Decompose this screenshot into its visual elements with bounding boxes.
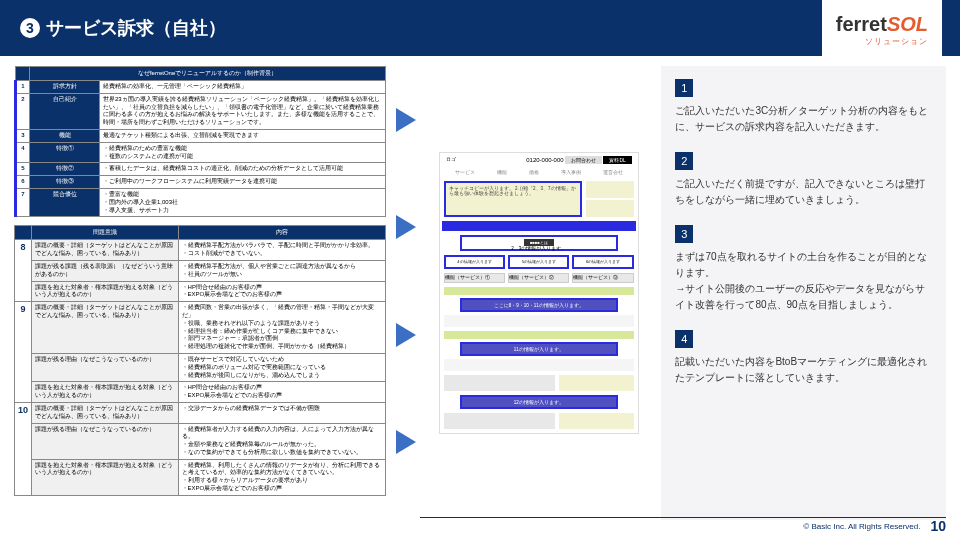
mock-gray-box: 機能（サービス）② [508,273,569,283]
mock-feature-box: 4の情報が入ります [444,255,505,269]
mock-nav: サービス機能価格導入事例運営会社 [440,167,638,177]
table-content-cell: ・経費精算手配方法がバラバラで、手配に時間と手間がかかり非効率。・コスト削減がで… [178,240,386,261]
title-text: サービス訴求（自社） [46,16,226,40]
mock-text-block [444,315,634,327]
table-row-label: 訴求方針 [30,81,100,94]
table-content-cell: ・経費精算、利用したくさんの情報のリデータが有り、分析に利用できると考えているが… [178,459,386,495]
mock-gray-row: 機能（サービス）①機能（サービス）②機能（サービス）③ [444,273,634,283]
mock-phone: 0120-000-000 [526,157,563,163]
th-issue: 問題意識 [32,226,179,240]
footer: © Basic Inc. All Rights Reserved. 10 [803,518,946,534]
point-item: 2 ご記入いただく前提ですが、記入できないところは壁打ちをしながら一緒に埋めてい… [675,151,932,208]
mock-mid-dark: ■■■■とは [524,239,554,246]
table-issue-cell: 課題の概要・詳細（ターゲットはどんなことが原因でどんな悩み、困っている、悩みあり… [32,240,179,261]
point-item: 3 まずは70点を取れるサイトの土台を作ることが目的となります。→サイト公開後の… [675,224,932,313]
mock-nav-item: サービス [455,169,475,175]
table-content-cell: ・HP問合せ経由のお客様の声・EXPO展示会場などでのお客様の声 [178,281,386,302]
mock-feature-box: 6の情報が入ります [572,255,633,269]
mock-site-preview: ロゴ 0120-000-000 お問合わせ 資料DL サービス機能価格導入事例運… [439,152,639,434]
table-group-num: 10 [15,402,32,495]
table-issue-cell: 課題を抱えた対象者・権本課題が抱える対象（どういう人が抱えるのか） [32,382,179,403]
table-row-num: 5 [16,163,30,176]
mock-nav-item: 機能 [497,169,507,175]
mock-wide-box: 11の情報が入ります。 [460,342,618,356]
table-row-value: ・経費精算のための豊富な機能・複数のシステムとの連携が可能 [100,142,386,163]
point-item: 1 ご記入いただいた3C分析／ターゲット分析の内容をもとに、サービスの訴求内容を… [675,78,932,135]
table-issue-cell: 課題の概要・詳細（ターゲットはどんなことが原因でどんな悩み、困っている、悩みあり… [32,302,179,354]
table-content-cell: ・経費回数・営業の出張が多く、「経費の管理・精算・手間などが大変だ」・役職、業務… [178,302,386,354]
copyright: © Basic Inc. All Rights Reserved. [803,522,920,531]
mock-contact-btn: お問合わせ [565,156,602,164]
mock-logo: ロゴ [446,156,456,164]
table-row-value: 最適なチケット種類による出張、立替削減を実現できます [100,129,386,142]
table-issue-cell: 課題を抱えた対象者・権本課題が抱える対象（どういう人が抱えるのか） [32,459,179,495]
table-group-num: 8 [15,240,32,302]
mock-cta [442,221,636,231]
table-row-label: 機能 [30,129,100,142]
mock-wide-box: ここに8・9・10・11の情報が入ります。 [460,298,618,312]
table-row-value: 世界23ヵ国の導入実績を誇る経費精算ソリューション「ベーシック経費精算」。「経費… [100,93,386,129]
mock-gray-box: 機能（サービス）① [444,273,505,283]
mock-bottom-img [559,413,633,429]
table-row-num: 7 [16,188,30,216]
table-issue-cell: 課題が残る理由（なぜこうなっているのか） [32,423,179,459]
table-row-num: 3 [16,129,30,142]
mock-mid-text: 2、3の情報が入ります。 [511,246,566,251]
table-row-num: 2 [16,93,30,129]
table-row-label: 特徴③ [30,176,100,189]
arrow-icon [396,215,416,239]
table-row-num: 6 [16,176,30,189]
point-item: 4 記載いただいた内容をBtoBマーケティングに最適化されたテンプレートに落とし… [675,329,932,386]
mock-bottom-img [559,375,633,391]
th-content: 内容 [178,226,386,240]
mock-dl-btn: 資料DL [603,156,631,164]
right-column: 1 ご記入いただいた3C分析／ターゲット分析の内容をもとに、サービスの訴求内容を… [661,66,946,520]
table-content-cell: ・交渉データからの経費精算データでは不備が困難 [178,402,386,423]
table-group-num: 9 [15,302,32,403]
mock-hero-side [586,181,634,198]
mock-section-head [444,331,634,339]
table-issue-cell: 課題の概要・詳細（ターゲットはどんなことが原因でどんな悩み、困っている、悩みあり… [32,402,179,423]
logo: ferretSOL ソリューション [822,0,942,56]
table-top: なぜferretOneでリニューアルするのか（制作背景） 1 訴求方針 経費精算… [14,66,386,217]
point-text: ご記入いただく前提ですが、記入できないところは壁打ちをしながら一緒に埋めていきま… [675,176,932,208]
header: 3 サービス訴求（自社） ferretSOL ソリューション [0,0,960,56]
mock-nav-item: 導入事例 [561,169,581,175]
table-issue-cell: 課題が残る課題（残る表取源）（なぜどういう意味があるのか） [32,260,179,281]
table-row-label: 特徴① [30,142,100,163]
arrow-icon [396,430,416,454]
point-num: 2 [675,152,693,170]
mock-mid-bar: ■■■■とは 2、3の情報が入ります。 [460,235,618,251]
mock-three-boxes: 4の情報が入ります5の情報が入ります6の情報が入ります [444,255,634,269]
mock-gray-box: 機能（サービス）③ [572,273,633,283]
middle-column: ロゴ 0120-000-000 お問合わせ 資料DL サービス機能価格導入事例運… [426,66,651,520]
table-row-num: 1 [16,81,30,94]
table-row-label: 特徴② [30,163,100,176]
table-content-cell: ・経費精算手配方法が、個人や営業ごとに調達方法が異なるから・社員のツールが無い [178,260,386,281]
point-text: ご記入いただいた3C分析／ターゲット分析の内容をもとに、サービスの訴求内容を記入… [675,103,932,135]
table-row-value: ・ご利用中のワークフローシステムに利用実績データを連携可能 [100,176,386,189]
page-number: 10 [930,518,946,534]
mock-wide-box: 12の情報が入ります。 [460,395,618,409]
mock-nav-item: 価格 [529,169,539,175]
logo-sub: ソリューション [865,36,928,47]
arrow-icon [396,323,416,347]
table-issue-cell: 課題が残る理由（なぜこうなっているのか） [32,353,179,381]
table-row-value: ・豊富な機能・国内外の導入企業1,003社・導入支援、サポート力 [100,188,386,216]
mock-nav-item: 運営会社 [603,169,623,175]
table-row-value: ・蓄積したデータは、経費精算コストの適正化、削減のための分析データとして活用可能 [100,163,386,176]
mock-bottom-text [444,413,556,429]
table-content-cell: ・経費精算者が入力する経費の入力内容は、人によって入力方法が異なる。・金額や業務… [178,423,386,459]
point-text: まずは70点を取れるサイトの土台を作ることが目的となります。→サイト公開後のユー… [675,249,932,313]
page-title: 3 サービス訴求（自社） [20,16,226,40]
table-row-label: 自己紹介 [30,93,100,129]
logo-ferret: ferret [836,13,887,35]
table-issue-cell: 課題を抱えた対象者・権本課題が抱える対象（どういう人が抱えるのか） [32,281,179,302]
point-num: 4 [675,330,693,348]
logo-sol: SOL [887,13,928,35]
point-text: 記載いただいた内容をBtoBマーケティングに最適化されたテンプレートに落としてい… [675,354,932,386]
table-top-title: なぜferretOneでリニューアルするのか（制作背景） [30,67,386,81]
arrow-column [396,66,416,496]
table-content-cell: ・HP問合せ経由のお客様の声・EXPO展示会場などでのお客様の声 [178,382,386,403]
table-bottom: 問題意識内容 8課題の概要・詳細（ターゲットはどんなことが原因でどんな悩み、困っ… [14,225,386,496]
